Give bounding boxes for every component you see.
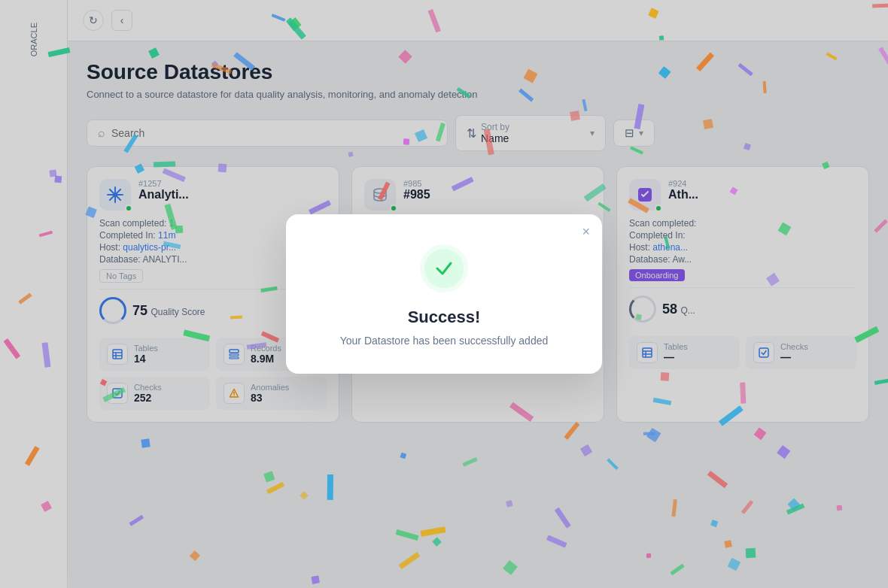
modal-overlay: × Success! Your Datastore has been succe…	[0, 0, 888, 588]
checkmark-icon	[433, 258, 455, 279]
success-modal: × Success! Your Datastore has been succe…	[286, 214, 602, 374]
modal-title: Success!	[408, 308, 481, 327]
success-icon-circle	[420, 244, 468, 292]
modal-message: Your Datastore has been successfully add…	[340, 335, 549, 347]
modal-close-button[interactable]: ×	[582, 225, 590, 238]
